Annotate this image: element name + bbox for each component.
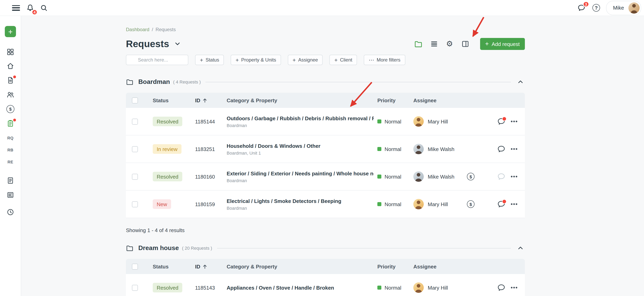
col-id-sort[interactable]: ID [188,264,225,270]
search-button[interactable] [39,2,49,13]
chat-icon [497,145,506,153]
invoice-button[interactable]: $ [467,200,474,208]
table-row[interactable]: New 1180159 Electrical / Lights / Smoke … [126,191,525,218]
table-row[interactable]: Resolved 1185143 Appliances / Oven / Sto… [126,274,525,296]
plus-icon: + [292,57,296,63]
table-row[interactable]: In review 1183251 Household / Doors & Wi… [126,135,525,163]
assignee-avatar [413,199,424,209]
group-name[interactable]: Boardman [138,78,170,85]
request-property: Boardman [227,123,374,128]
sidebar-item-rq[interactable]: RQ [7,136,14,140]
filter-status-button[interactable]: + Status [195,55,224,65]
more-filters-button[interactable]: ⋯ More filters [364,55,405,65]
row-more-button[interactable] [510,173,518,181]
messages-button[interactable]: 3 [576,2,587,13]
sidebar-item-contacts[interactable] [6,91,14,99]
request-category-link[interactable]: Household / Doors & Windows / Other [227,143,374,149]
request-id: 1180159 [188,201,225,207]
ellipsis-icon [513,287,515,289]
dollar-circle-icon: $ [467,173,474,180]
request-category-link[interactable]: Outdoors / Garbage / Rubbish / Debris / … [227,115,374,121]
row-checkbox[interactable] [132,174,138,180]
sidebar-item-maintenance[interactable] [6,119,14,127]
sidebar-item-dashboard[interactable] [6,48,14,56]
sidebar-item-rb[interactable]: RB [8,148,14,152]
select-all-checkbox[interactable] [132,264,138,270]
user-menu[interactable]: Mike [606,0,641,15]
row-checkbox[interactable] [132,201,138,207]
group-name[interactable]: Dream house [138,245,179,252]
search-input[interactable] [126,55,188,65]
plus-icon: + [485,40,489,47]
row-checkbox[interactable] [132,146,138,152]
settings-button[interactable]: ⚙ [445,39,454,49]
help-button[interactable]: ? [591,2,602,13]
assignee-name: Mary Hill [428,118,448,124]
sidebar-item-leases[interactable] [6,76,14,84]
request-property: Boardman, Unit 1 [227,150,374,155]
add-request-button[interactable]: + Add request [480,38,525,50]
title-dropdown-button[interactable] [174,40,181,47]
sidebar-item-home[interactable] [6,62,14,70]
breadcrumb-dashboard[interactable]: Dashboard [126,27,149,32]
chat-icon [497,172,506,181]
priority-label: Normal [384,174,401,180]
chat-button[interactable] [497,145,506,153]
notifications-button[interactable]: 4 [25,2,35,13]
sidebar-item-accounting[interactable]: $ [6,105,14,113]
folder-icon [126,244,134,252]
request-id: 1180160 [188,174,225,180]
table-row[interactable]: Resolved 1185144 Outdoors / Garbage / Ru… [126,108,525,135]
chat-button[interactable] [497,172,506,181]
topbar-left: 4 [0,2,49,13]
row-checkbox[interactable] [132,285,138,291]
columns-panel-button[interactable] [460,39,470,49]
users-icon [6,91,14,99]
sidebar-item-history[interactable] [6,208,14,216]
collapse-group-button[interactable] [516,244,525,253]
filter-assignee-button[interactable]: + Assignee [288,55,323,65]
priority-indicator [377,119,381,123]
invoice-button[interactable]: $ [467,173,474,180]
row-more-button[interactable] [510,117,518,125]
status-badge: Resolved [153,172,182,181]
main-content: Dashboard / Requests Requests [21,16,644,296]
request-property: Boardman [227,178,374,183]
col-id-sort[interactable]: ID [188,97,225,103]
collapse-group-button[interactable] [516,77,525,86]
results-summary: Showing 1 - 4 of 4 results [126,227,525,233]
row-more-button[interactable] [510,145,518,153]
list-view-button[interactable] [429,39,439,49]
file-icon [6,177,14,185]
page-title: Requests [126,38,169,49]
chat-button[interactable] [497,283,506,292]
chat-button[interactable] [497,200,506,209]
request-category-link[interactable]: Electrical / Lights / Smoke Detectors / … [227,198,374,204]
filter-client-button[interactable]: + Client [330,55,357,65]
select-all-checkbox[interactable] [132,97,138,103]
notification-badge: 4 [32,9,38,15]
breadcrumb-separator: / [152,27,153,32]
table-row[interactable]: Resolved 1180160 Exterior / Siding / Ext… [126,163,525,191]
sort-ascending-icon [202,98,208,103]
request-id: 1183251 [188,146,225,152]
priority-indicator [377,202,381,206]
divider [206,82,511,82]
row-more-button[interactable] [510,200,518,208]
request-category-link[interactable]: Exterior / Siding / Exterior / Needs pai… [227,170,374,176]
sidebar-item-news[interactable] [6,191,14,199]
row-more-button[interactable] [510,284,518,292]
row-checkbox[interactable] [132,118,138,124]
sidebar-item-re[interactable]: RE [8,160,14,164]
plus-icon: + [334,57,338,63]
sidebar-item-reports[interactable] [6,177,14,185]
group-view-button[interactable] [414,39,423,49]
priority-label: Normal [384,201,401,207]
chevron-up-icon [518,80,523,83]
menu-button[interactable] [11,2,21,13]
ellipsis-icon [513,176,515,177]
chat-button[interactable] [497,117,506,126]
request-category-link[interactable]: Appliances / Oven / Stove / Handle / Bro… [227,285,374,291]
sidebar-create-button[interactable]: + [5,26,16,37]
filter-property-units-button[interactable]: + Property & Units [231,55,281,65]
